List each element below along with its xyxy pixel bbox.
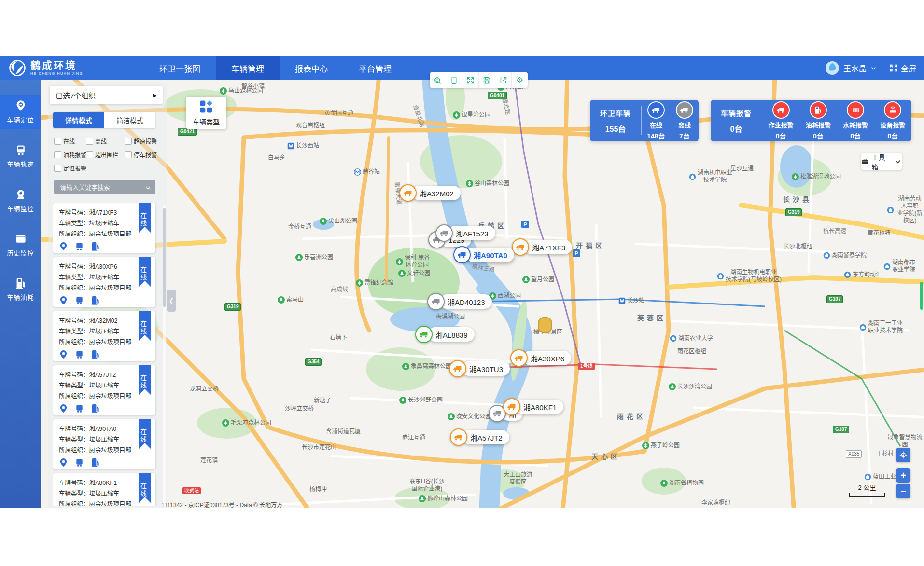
map-label-text: 保利·麓谷 体育公园 xyxy=(405,254,430,269)
park-icon xyxy=(295,254,303,261)
statue-poi-icon xyxy=(538,317,552,333)
vehicle-marker[interactable]: 湘AF1523 xyxy=(435,224,495,242)
vehicle-track-icon[interactable] xyxy=(75,350,84,359)
map-label: 观音岩枢纽 xyxy=(296,122,325,129)
vehicle-marker[interactable]: 湘AL8839 xyxy=(415,326,475,343)
chevron-down-icon[interactable] xyxy=(870,64,877,72)
sidebar-item-1[interactable]: 车辆定位 xyxy=(0,95,41,129)
list-scrollbar-thumb[interactable] xyxy=(163,208,166,307)
search-input[interactable] xyxy=(59,183,146,192)
save-button[interactable] xyxy=(479,72,495,88)
settings-button[interactable]: ⚙ xyxy=(512,72,528,88)
vehicle-marker[interactable]: 湘A71XF3 xyxy=(512,238,572,256)
filter-5[interactable]: 超出围栏 xyxy=(86,151,125,159)
list-scrollbar[interactable] xyxy=(163,205,166,508)
user-name[interactable]: 王水晶 xyxy=(843,62,867,74)
vehicle-card[interactable]: 车牌号码：湘A32M02车辆类型：垃圾压缩车所属组织：厨余垃圾项目部在线 xyxy=(53,311,155,361)
toolbox-button[interactable]: 工具箱 xyxy=(861,153,902,170)
locate-vehicle-icon[interactable] xyxy=(59,296,68,305)
zoom-in-button[interactable]: + xyxy=(896,468,910,483)
tablet-button[interactable] xyxy=(446,72,462,88)
share-button[interactable] xyxy=(495,72,512,88)
vehicle-fuel-icon[interactable] xyxy=(91,350,100,359)
vehicle-card[interactable]: 车牌号码：湘A90TA0车辆类型：垃圾压缩车所属组织：厨余垃圾项目部在线 xyxy=(53,419,155,469)
filter-1[interactable]: 在线 xyxy=(54,137,86,145)
map-label: 湖南警察学院 xyxy=(823,252,867,259)
checkbox-icon[interactable] xyxy=(86,151,93,158)
vehicle-fuel-icon[interactable] xyxy=(91,296,100,305)
user-avatar[interactable] xyxy=(825,61,840,75)
locate-vehicle-icon[interactable] xyxy=(59,350,68,359)
mode-tab-2[interactable]: 简洁模式 xyxy=(104,112,155,128)
truck-icon xyxy=(676,101,693,119)
mode-tab-1[interactable]: 详情模式 xyxy=(53,112,104,128)
vehicle-marker[interactable]: 湘A30XP6 xyxy=(510,349,571,367)
vehicle-org: 所属组织：厨余垃圾项目部 xyxy=(59,229,155,240)
vehicle-marker[interactable]: 湘A30TU3 xyxy=(449,360,510,377)
filter-checkboxes: 在线离线超速报警油耗报警超出围栏停车报警定位报警 xyxy=(54,137,161,172)
nav-tab-3[interactable]: 报表中心 xyxy=(280,56,343,80)
filter-2[interactable]: 离线 xyxy=(86,137,125,145)
checkbox-icon[interactable] xyxy=(54,165,61,172)
vehicle-type-button[interactable]: 车辆类型 xyxy=(186,97,226,129)
sidebar-item-3[interactable]: 车辆监控 xyxy=(0,184,41,218)
panel-collapse-handle[interactable]: ❮ xyxy=(167,290,176,312)
chevron-down-icon xyxy=(894,158,902,166)
sidebar-item-2[interactable]: 车辆轨迹 xyxy=(0,139,41,173)
locate-vehicle-icon[interactable] xyxy=(59,404,68,413)
checkbox-icon[interactable] xyxy=(54,151,61,158)
locate-vehicle-icon[interactable] xyxy=(59,242,68,251)
vehicle-fuel-icon[interactable] xyxy=(91,404,100,413)
vehicle-fuel-icon[interactable] xyxy=(91,458,100,467)
park-icon xyxy=(356,279,363,287)
vehicle-marker[interactable]: 湘A32M02 xyxy=(399,184,461,202)
zoom-out-button[interactable]: − xyxy=(896,484,910,498)
checkbox-icon[interactable] xyxy=(54,138,61,145)
locate-button[interactable] xyxy=(896,448,910,462)
vehicle-marker[interactable]: 湘AD40123 xyxy=(427,293,492,310)
sidebar-item-5[interactable]: 车辆油耗 xyxy=(0,273,41,306)
expand-button[interactable] xyxy=(462,72,479,88)
checkbox-icon[interactable] xyxy=(125,151,132,158)
vehicle-marker[interactable]: 湘A80KF1 xyxy=(503,398,563,415)
sidebar-item-4[interactable]: 历史监控 xyxy=(0,228,41,262)
poi-icon xyxy=(859,324,867,331)
zoom-search-button[interactable] xyxy=(430,72,446,88)
checkbox-icon[interactable] xyxy=(125,138,132,145)
nav-tab-1[interactable]: 环卫一张图 xyxy=(144,56,216,80)
filter-6[interactable]: 停车报警 xyxy=(125,151,161,159)
vehicle-track-icon[interactable] xyxy=(75,458,84,467)
road-shield: G354 xyxy=(305,358,322,366)
stat-item-value: 0台 xyxy=(776,131,786,140)
checkbox-icon[interactable] xyxy=(86,138,93,145)
vehicle-fuel-icon[interactable] xyxy=(91,242,100,251)
vehicle-track-icon[interactable] xyxy=(75,242,84,251)
map-label-text: 赤江互通 xyxy=(402,434,425,442)
vehicle-marker[interactable]: 湘A57JT2 xyxy=(450,428,509,446)
vehicle-card[interactable]: 车牌号码：湘A80KF1车辆类型：垃圾压缩车所属组织：厨余垃圾项目部在线 xyxy=(53,473,155,506)
vehicle-marker[interactable]: 湘A90TA0 xyxy=(453,246,514,263)
vehicle-card[interactable]: 车牌号码：湘A30XP6车辆类型：垃圾压缩车所属组织：厨余垃圾项目部在线 xyxy=(53,257,155,307)
stats-items: 作业报警0台油耗报警0台水耗报警0台设备报警0台 xyxy=(762,101,911,140)
fullscreen-button[interactable]: 全屏 xyxy=(889,62,916,74)
nav-tab-4[interactable]: 平台管理 xyxy=(343,56,407,80)
map-label-text: 湖南生物机电职业 技术学院(马坡岭校区) xyxy=(726,269,782,283)
vehicle-track-icon[interactable] xyxy=(75,296,84,305)
park-icon xyxy=(398,270,406,277)
vehicle-card[interactable]: 车牌号码：湘A71XF3车辆类型：垃圾压缩车所属组织：厨余垃圾项目部在线 xyxy=(53,203,155,253)
search-icon[interactable] xyxy=(146,184,151,191)
vehicle-card[interactable]: 车牌号码：湘A57JT2车辆类型：垃圾压缩车所属组织：厨余垃圾项目部在线 xyxy=(53,365,155,415)
vehicle-org: 所属组织：厨余垃圾项目部 xyxy=(59,283,155,294)
filter-4[interactable]: 油耗报警 xyxy=(54,151,86,159)
org-selector[interactable]: 已选7个组织 ▶ xyxy=(50,86,163,104)
map-label: 大王山旅游 度假区 xyxy=(504,471,532,486)
filter-3[interactable]: 超速报警 xyxy=(125,137,161,145)
road-shield: G319 xyxy=(785,208,802,216)
nav-tab-2[interactable]: 车辆管理 xyxy=(216,56,280,80)
locate-vehicle-icon[interactable] xyxy=(59,458,68,467)
app-window: 鹤成环境 HE CHENG HUAN JING 环卫一张图车辆管理报表中心平台管… xyxy=(0,0,924,566)
vehicle-track-icon[interactable] xyxy=(75,404,84,413)
page-scrollbar-thumb[interactable] xyxy=(920,282,923,310)
filter-7[interactable]: 定位报警 xyxy=(54,164,86,172)
map-label-text: 莲花镇 xyxy=(200,457,218,464)
